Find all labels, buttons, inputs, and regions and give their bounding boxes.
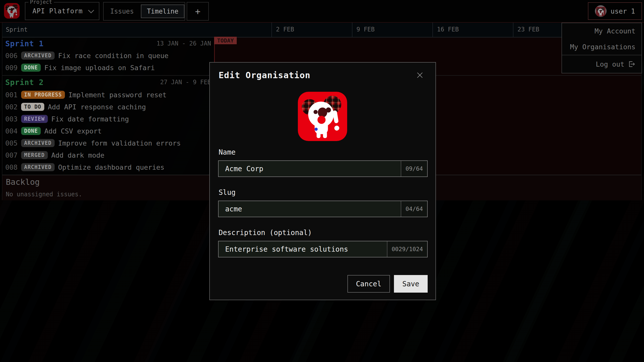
name-input[interactable]: Acme Corp 09/64 — [218, 160, 428, 177]
status-badge: TO DO — [21, 103, 44, 111]
logout-label: Log out — [596, 60, 624, 68]
menu-item-my-account[interactable]: My Account — [562, 23, 641, 39]
name-char-counter: 09/64 — [401, 161, 427, 176]
issue-row[interactable]: 009 DONE Fix image uploads on Safari — [2, 62, 214, 74]
add-button[interactable]: + — [187, 2, 209, 21]
view-switcher: Issues Timeline — [103, 2, 185, 21]
status-badge: IN PROGRESS — [21, 91, 65, 99]
issue-row[interactable]: 007 MERGED Add dark mode — [2, 149, 214, 161]
name-label: Name — [219, 147, 235, 157]
date-column-header: 9 FEB — [356, 26, 375, 33]
status-badge: ARCHIVED — [21, 52, 55, 60]
issue-title: Add dark mode — [51, 151, 104, 159]
sprint-column-header: Sprint — [6, 22, 28, 37]
issue-row[interactable]: 004 DONE Add CSV export — [2, 125, 214, 137]
user-menu-button[interactable]: user 1 — [588, 2, 642, 20]
modal-title: Edit Organisation — [219, 70, 310, 80]
description-char-counter: 0029/1024 — [387, 241, 427, 257]
menu-item-logout[interactable]: Log out — [562, 55, 641, 73]
issue-number: 006 — [5, 52, 18, 60]
name-value[interactable]: Acme Corp — [219, 161, 401, 176]
app-screen: Project API Platform Issues Timeline + u… — [0, 0, 644, 362]
close-icon[interactable] — [415, 71, 424, 80]
user-dropdown-menu: My AccountMy Organisations Log out — [561, 23, 642, 73]
status-badge: DONE — [21, 127, 41, 135]
issue-number: 001 — [5, 91, 18, 99]
project-name: API Platform — [32, 3, 83, 20]
save-button[interactable]: Save — [394, 275, 428, 293]
menu-item-my-organisations[interactable]: My Organisations — [562, 39, 641, 55]
issue-row[interactable]: 002 TO DO Add API response caching — [2, 101, 214, 113]
user-avatar — [595, 5, 607, 17]
issue-row[interactable]: 003 REVIEW Fix date formatting — [2, 113, 214, 125]
modal-actions: Cancel Save — [210, 275, 435, 293]
backlog-empty-text: No unassigned issues. — [6, 191, 82, 198]
issue-title: Fix race condition in queue — [58, 52, 169, 60]
tab-timeline[interactable]: Timeline — [141, 5, 184, 18]
issue-number: 004 — [5, 127, 18, 135]
date-column-header: 16 FEB — [437, 26, 459, 33]
issue-title: Optimize dashboard queries — [58, 163, 165, 171]
user-name: user 1 — [611, 7, 635, 15]
cancel-button[interactable]: Cancel — [347, 275, 390, 293]
issue-row[interactable]: 006 ARCHIVED Fix race condition in queue — [2, 50, 214, 62]
issue-title: Improve form validation errors — [58, 139, 181, 147]
date-column-header: 2 FEB — [276, 26, 294, 33]
issue-title: Fix date formatting — [51, 115, 129, 123]
logout-icon — [628, 60, 635, 68]
issue-number: 005 — [5, 139, 18, 147]
sprint-section: Sprint 2 27 JAN - 9 FEB 001 IN PROGRESS … — [2, 76, 214, 175]
organisation-logo-koala — [298, 92, 347, 141]
date-column-header: 23 FEB — [517, 26, 539, 33]
issue-title: Fix image uploads on Safari — [44, 64, 155, 72]
status-badge: ARCHIVED — [21, 163, 55, 171]
top-bar: Project API Platform Issues Timeline + u… — [0, 0, 644, 23]
status-badge: REVIEW — [21, 115, 48, 123]
issue-title: Implement password reset — [68, 91, 167, 99]
issue-number: 007 — [5, 151, 18, 159]
issue-title: Add API response caching — [48, 103, 146, 111]
issue-title: Add CSV export — [44, 127, 102, 135]
issue-number: 008 — [5, 163, 18, 171]
status-badge: MERGED — [21, 151, 48, 159]
status-badge: ARCHIVED — [21, 139, 55, 147]
status-badge: DONE — [21, 64, 41, 72]
description-label: Description (optional) — [219, 228, 312, 238]
slug-label: Slug — [219, 187, 235, 197]
edit-organisation-modal: Edit Organisation Name Acme Corp 09/64 S… — [209, 62, 436, 300]
slug-input[interactable]: acme 04/64 — [218, 201, 428, 217]
issue-row[interactable]: 008 ARCHIVED Optimize dashboard queries — [2, 161, 214, 173]
chevron-down-icon — [88, 10, 94, 15]
sprint-date-range: 27 JAN - 9 FEB — [160, 79, 211, 86]
backlog-title: Backlog — [6, 177, 40, 187]
timeline-header-row: Sprint 2 FEB9 FEB16 FEB23 FEB — [2, 22, 641, 37]
issue-number: 002 — [5, 103, 18, 111]
app-logo-koala-icon[interactable] — [4, 3, 20, 19]
sprint-section: Sprint 1 13 JAN - 26 JAN 006 ARCHIVED Fi… — [2, 37, 214, 76]
tab-issues[interactable]: Issues — [104, 8, 140, 15]
description-value[interactable]: Enterprise software solutions — [219, 241, 387, 257]
sprint-date-range: 13 JAN - 26 JAN — [156, 40, 211, 47]
issue-number: 009 — [5, 64, 18, 72]
sprint-name[interactable]: Sprint 1 — [5, 39, 44, 48]
sprint-name[interactable]: Sprint 2 — [5, 78, 44, 87]
project-selector[interactable]: Project API Platform — [25, 2, 99, 20]
issue-number: 003 — [5, 115, 18, 123]
issue-row[interactable]: 001 IN PROGRESS Implement password reset — [2, 89, 214, 101]
description-input[interactable]: Enterprise software solutions 0029/1024 — [218, 241, 428, 257]
today-badge: TODAY — [214, 37, 237, 44]
slug-value[interactable]: acme — [219, 201, 401, 217]
issue-row[interactable]: 005 ARCHIVED Improve form validation err… — [2, 137, 214, 149]
slug-char-counter: 04/64 — [401, 201, 427, 217]
